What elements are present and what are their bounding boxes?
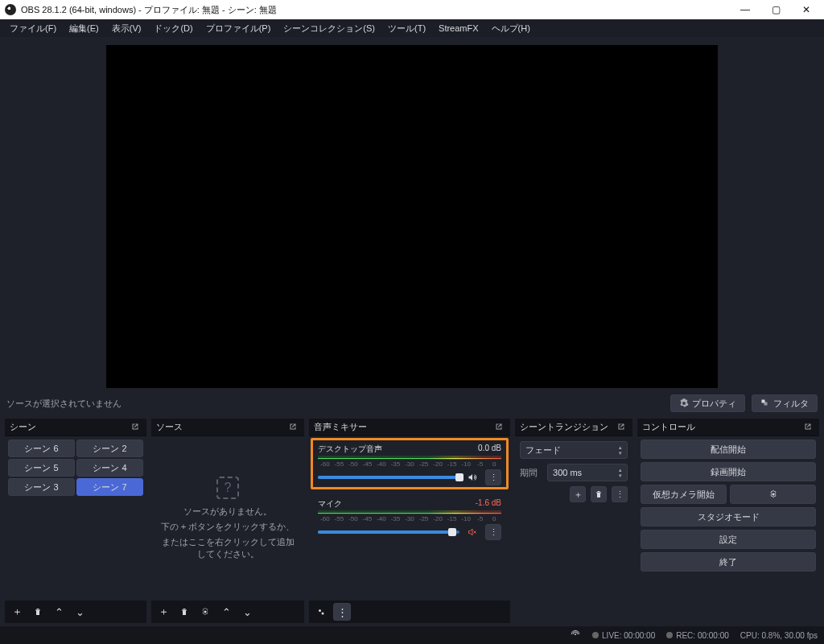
channel-menu-button[interactable]: ⋮ bbox=[485, 524, 501, 540]
filters-button[interactable]: フィルタ bbox=[752, 394, 818, 412]
popout-icon[interactable] bbox=[130, 422, 142, 433]
app-logo-icon bbox=[5, 4, 16, 15]
meter-ticks: -60-55-50-45-40-35-30-25-20-15-10-50 bbox=[318, 460, 501, 468]
transitions-panel: シーントランジション フェード ▴▾ 期間 300 ms ▴▾ ＋ bbox=[515, 419, 632, 623]
scene-button[interactable]: シーン 5 bbox=[8, 459, 75, 477]
svg-rect-1 bbox=[764, 402, 768, 406]
mixer-advanced-button[interactable] bbox=[312, 603, 330, 621]
channel-db: 0.0 dB bbox=[478, 444, 501, 455]
svg-point-5 bbox=[772, 493, 774, 496]
source-toolbar: ソースが選択されていません プロパティ フィルタ bbox=[0, 391, 824, 415]
popout-icon[interactable] bbox=[616, 422, 628, 433]
popout-icon[interactable] bbox=[494, 422, 505, 433]
title-bar: OBS 28.1.2 (64-bit, windows) - プロファイル: 無… bbox=[0, 0, 824, 19]
transition-type-value: フェード bbox=[525, 444, 561, 456]
muted-icon[interactable] bbox=[464, 524, 480, 540]
transition-type-select[interactable]: フェード ▴▾ bbox=[520, 441, 628, 459]
window-title: OBS 28.1.2 (64-bit, windows) - プロファイル: 無… bbox=[21, 4, 727, 16]
menu-file[interactable]: ファイル(F) bbox=[3, 21, 63, 36]
window-close-button[interactable]: ✕ bbox=[793, 0, 819, 19]
add-source-button[interactable]: ＋ bbox=[154, 603, 172, 621]
vu-meter bbox=[318, 510, 501, 514]
audio-channel: マイク-1.6 dB-60-55-50-45-40-35-30-25-20-15… bbox=[311, 493, 509, 544]
signal-icon bbox=[570, 629, 581, 642]
scenes-panel: シーン シーン 6シーン 2シーン 5シーン 4シーン 3シーン 7 ＋ ⌃ ⌄ bbox=[5, 419, 146, 623]
menu-streamfx[interactable]: StreamFX bbox=[432, 22, 485, 35]
mixer-header: 音声ミキサー bbox=[309, 419, 510, 436]
duration-label: 期間 bbox=[520, 467, 542, 479]
docks-row: シーン シーン 6シーン 2シーン 5シーン 4シーン 3シーン 7 ＋ ⌃ ⌄… bbox=[0, 415, 824, 626]
duration-value: 300 ms bbox=[553, 468, 582, 477]
volume-slider[interactable] bbox=[318, 476, 459, 479]
add-scene-button[interactable]: ＋ bbox=[8, 603, 26, 621]
audio-channel: デスクトップ音声0.0 dB-60-55-50-45-40-35-30-25-2… bbox=[311, 438, 509, 489]
properties-button[interactable]: プロパティ bbox=[670, 394, 745, 412]
filters-icon bbox=[760, 398, 770, 408]
start-recording-button[interactable]: 録画開始 bbox=[641, 462, 816, 481]
menu-help[interactable]: ヘルプ(H) bbox=[485, 21, 537, 36]
properties-label: プロパティ bbox=[692, 398, 736, 410]
sources-empty-title: ソースがありません。 bbox=[183, 506, 272, 518]
menu-edit[interactable]: 編集(E) bbox=[63, 21, 105, 36]
menu-scene-collection[interactable]: シーンコレクション(S) bbox=[277, 21, 381, 36]
menu-tools[interactable]: ツール(T) bbox=[381, 21, 432, 36]
source-properties-button[interactable] bbox=[196, 603, 214, 621]
exit-button[interactable]: 終了 bbox=[641, 552, 816, 572]
speaker-icon[interactable] bbox=[464, 469, 480, 485]
scene-up-button[interactable]: ⌃ bbox=[50, 603, 68, 621]
sources-empty-line1: 下の + ボタンをクリックするか、 bbox=[161, 521, 295, 533]
scene-button[interactable]: シーン 3 bbox=[8, 478, 75, 496]
mixer-title: 音声ミキサー bbox=[314, 421, 367, 433]
window-minimize-button[interactable]: — bbox=[732, 0, 758, 19]
sources-panel: ソース ? ソースがありません。 下の + ボタンをクリックするか、 またはここ… bbox=[151, 419, 304, 623]
menu-profile[interactable]: プロファイル(P) bbox=[200, 21, 278, 36]
preview-area bbox=[0, 37, 824, 391]
svg-point-3 bbox=[319, 609, 321, 612]
rec-text: REC: 00:00:00 bbox=[676, 631, 729, 640]
channel-name: マイク bbox=[318, 498, 342, 510]
transition-duration-input[interactable]: 300 ms ▴▾ bbox=[547, 464, 628, 481]
live-text: LIVE: 00:00:00 bbox=[602, 631, 655, 640]
scene-button[interactable]: シーン 4 bbox=[76, 459, 143, 477]
source-up-button[interactable]: ⌃ bbox=[217, 603, 235, 621]
transitions-title: シーントランジション bbox=[520, 421, 608, 433]
menu-view[interactable]: 表示(V) bbox=[105, 21, 148, 36]
virtual-cam-settings-button[interactable] bbox=[730, 485, 816, 504]
transition-add-button[interactable]: ＋ bbox=[570, 486, 586, 502]
gear-icon bbox=[679, 398, 689, 408]
popout-icon[interactable] bbox=[803, 422, 814, 433]
sources-empty-state[interactable]: ? ソースがありません。 下の + ボタンをクリックするか、 またはここを右クリ… bbox=[153, 438, 303, 599]
mixer-menu-button[interactable]: ⋮ bbox=[333, 603, 351, 621]
window-maximize-button[interactable]: ▢ bbox=[763, 0, 789, 19]
scene-button[interactable]: シーン 7 bbox=[76, 478, 143, 496]
filters-label: フィルタ bbox=[773, 398, 809, 410]
transition-menu-button[interactable]: ⋮ bbox=[612, 486, 628, 502]
live-dot-icon bbox=[592, 632, 599, 638]
scene-down-button[interactable]: ⌄ bbox=[71, 603, 89, 621]
scenes-title: シーン bbox=[10, 421, 36, 433]
channel-menu-button[interactable]: ⋮ bbox=[485, 469, 501, 485]
start-virtual-cam-button[interactable]: 仮想カメラ開始 bbox=[641, 485, 727, 504]
status-connection bbox=[570, 629, 581, 642]
menu-bar: ファイル(F) 編集(E) 表示(V) ドック(D) プロファイル(P) シーン… bbox=[0, 19, 824, 37]
status-bar: LIVE: 00:00:00 REC: 00:00:00 CPU: 0.8%, … bbox=[0, 626, 824, 644]
menu-dock[interactable]: ドック(D) bbox=[147, 21, 199, 36]
audio-mixer-panel: 音声ミキサー デスクトップ音声0.0 dB-60-55-50-45-40-35-… bbox=[309, 419, 510, 623]
vu-meter bbox=[318, 456, 501, 460]
channel-db: -1.6 dB bbox=[476, 498, 501, 510]
status-live: LIVE: 00:00:00 bbox=[592, 631, 655, 640]
start-streaming-button[interactable]: 配信開始 bbox=[641, 440, 816, 459]
remove-scene-button[interactable] bbox=[29, 603, 47, 621]
sources-empty-line2: またはここを右クリックして追加してください。 bbox=[159, 536, 296, 560]
popout-icon[interactable] bbox=[288, 422, 299, 433]
scene-button[interactable]: シーン 2 bbox=[76, 440, 143, 457]
source-down-button[interactable]: ⌄ bbox=[238, 603, 256, 621]
scene-button[interactable]: シーン 6 bbox=[8, 440, 75, 457]
mixer-footer: ⋮ bbox=[309, 601, 510, 623]
transition-remove-button[interactable] bbox=[591, 486, 607, 502]
studio-mode-button[interactable]: スタジオモード bbox=[641, 507, 816, 526]
volume-slider[interactable] bbox=[318, 530, 459, 534]
remove-source-button[interactable] bbox=[175, 603, 193, 621]
preview-canvas[interactable] bbox=[106, 45, 718, 388]
settings-button[interactable]: 設定 bbox=[641, 530, 816, 549]
